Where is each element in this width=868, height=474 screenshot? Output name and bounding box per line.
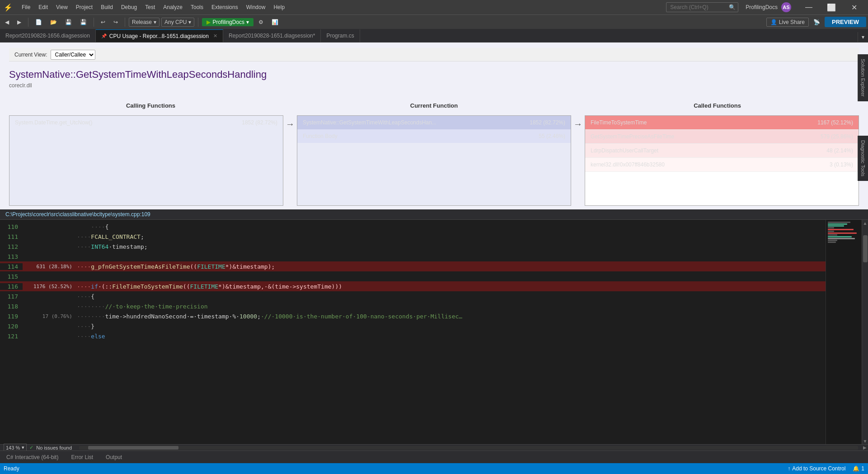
- current-fn-value: 1852 (82.72%): [530, 119, 565, 126]
- calling-function-item-0[interactable]: System.DateTime.get_UtcNow() 1852 (82.72…: [9, 116, 283, 129]
- scrollbar-thumb[interactable]: [863, 235, 868, 262]
- search-input[interactable]: [670, 4, 729, 10]
- side-panel-toggle[interactable]: ▾: [858, 32, 868, 42]
- current-fn-sub-value: 55 (2.46%): [539, 133, 565, 139]
- code-line-117: 117 ····{: [0, 291, 826, 301]
- scroll-down-button[interactable]: ▼: [862, 438, 868, 444]
- save-button[interactable]: 💾: [62, 18, 75, 27]
- close-button[interactable]: ✕: [844, 0, 864, 14]
- cast-button[interactable]: 📡: [811, 18, 823, 26]
- source-control-icon: ↑: [788, 465, 790, 472]
- perf-value: 631 (28.18%): [23, 264, 77, 270]
- menu-view[interactable]: View: [52, 2, 71, 12]
- live-share-button[interactable]: 👤 Live Share: [766, 18, 809, 27]
- scroll-up-button[interactable]: ▲: [862, 220, 868, 226]
- status-bar: Ready ↑ Add to Source Control 🔔 1: [0, 463, 868, 474]
- called-fn-name-0: FileTimeToSystemTime: [591, 119, 647, 126]
- tab-error-list[interactable]: Error List: [65, 451, 99, 464]
- source-control-label[interactable]: ↑ Add to Source Control: [788, 465, 845, 472]
- vertical-scrollbar[interactable]: ▲ ▼: [862, 220, 868, 444]
- horizontal-scrollbar[interactable]: [79, 446, 858, 450]
- line-number: 121: [0, 333, 23, 340]
- current-header: Current Function: [292, 100, 576, 112]
- debug-toolbar-btn[interactable]: ⚙: [255, 18, 267, 27]
- code-text: ········//·to·keep·the·time·precision: [77, 303, 826, 310]
- search-icon: 🔍: [729, 4, 736, 10]
- profiling-section: Current View: Caller/Callee SystemNative…: [0, 43, 868, 209]
- menu-analyze[interactable]: Analyze: [160, 2, 186, 12]
- called-header: Called Functions: [576, 100, 859, 112]
- restore-button[interactable]: ⬜: [821, 0, 842, 14]
- code-path: C:\Projects\coreclr\src\classlibnative\b…: [0, 209, 868, 220]
- menu-tools[interactable]: Tools: [187, 2, 207, 12]
- window-controls: — ⬜ ✕: [798, 0, 864, 14]
- error-badge[interactable]: 🔔 1: [853, 465, 864, 472]
- view-dropdown[interactable]: Caller/Callee: [51, 50, 95, 60]
- avatar[interactable]: AS: [781, 2, 791, 12]
- config-dropdown[interactable]: Release ▾: [129, 18, 160, 27]
- called-fn-name-2: LdrpDispatchUserCallTarget: [591, 147, 658, 154]
- run-button[interactable]: ▶ ProfilingDocs ▾: [202, 18, 253, 26]
- minimize-button[interactable]: —: [798, 0, 819, 14]
- called-function-item-1[interactable]: GetSystemTimePreciseAsFileTime 579 (25.8…: [585, 130, 859, 144]
- profile-area: ProfilingDocs AS: [746, 2, 791, 12]
- config-chevron-icon: ▾: [154, 19, 156, 25]
- horizontal-scrollbar-area: 143 % ▾ ✓ No issues found ▶: [0, 444, 868, 450]
- current-function-item-1[interactable]: Function Body 55 (2.46%): [297, 129, 571, 143]
- solution-explorer-panel[interactable]: Solution Explorer: [858, 54, 868, 101]
- menu-help[interactable]: Help: [270, 2, 288, 12]
- menu-window[interactable]: Window: [243, 2, 269, 12]
- check-icon: ✓: [29, 445, 33, 450]
- hscrollbar-thumb[interactable]: [88, 446, 178, 450]
- platform-dropdown[interactable]: Any CPU ▾: [161, 18, 194, 27]
- line-number: 120: [0, 323, 23, 330]
- perf-value: 1176 (52.52%): [23, 284, 77, 289]
- called-function-item-3[interactable]: kernel32.dll!0x007ff846b32580 3 (0.13%): [585, 158, 859, 172]
- vs-logo: ⚡: [4, 3, 13, 12]
- new-project-button[interactable]: 📄: [32, 18, 45, 27]
- tab-output[interactable]: Output: [99, 451, 128, 464]
- code-line-114: 114 631 (28.18%) ····g_pfnGetSystemTimeA…: [0, 261, 826, 271]
- bottom-tabs: C# Interactive (64-bit) Error List Outpu…: [0, 450, 868, 463]
- current-function-item-0[interactable]: SystemNative::GetSystemTimeWithLeapSecon…: [297, 116, 571, 129]
- line-number: 118: [0, 303, 23, 310]
- called-function-item-0[interactable]: FileTimeToSystemTime 1167 (52.12%): [585, 116, 859, 130]
- current-fn-sub-name: Function Body: [303, 133, 338, 139]
- tab-diag-1656[interactable]: Report20190828-1656.diagsession: [0, 29, 96, 42]
- open-button[interactable]: 📂: [47, 18, 60, 27]
- view-label: Current View:: [14, 52, 47, 58]
- toolbar-sep-4: [198, 18, 198, 27]
- forward-button[interactable]: ▶: [14, 18, 24, 27]
- tab-diag-1651[interactable]: Report20190828-1651.diagsession*: [223, 29, 321, 42]
- menu-edit[interactable]: Edit: [35, 2, 52, 12]
- zoom-dropdown[interactable]: 143 % ▾: [4, 444, 27, 450]
- tab-cs-interactive[interactable]: C# Interactive (64-bit): [0, 451, 65, 464]
- toolbar-sep-2: [94, 18, 94, 27]
- close-tab-icon[interactable]: ✕: [213, 33, 217, 39]
- calling-fn-name: System.DateTime.get_UtcNow(): [15, 119, 93, 126]
- tab-cpu-usage[interactable]: 📌 CPU Usage - Repor...8-1651.diagsession…: [96, 29, 223, 42]
- search-box[interactable]: 🔍: [666, 2, 738, 12]
- menu-build[interactable]: Build: [97, 2, 117, 12]
- menu-test[interactable]: Test: [141, 2, 159, 12]
- tab-program-cs[interactable]: Program.cs: [321, 29, 360, 42]
- save-all-button[interactable]: 💾: [77, 18, 90, 27]
- diagnostic-tools-panel[interactable]: Diagnostic Tools: [858, 136, 868, 181]
- perf-btn[interactable]: 📊: [268, 18, 282, 27]
- undo-button[interactable]: ↩: [98, 18, 108, 27]
- back-button[interactable]: ◀: [2, 18, 12, 27]
- code-text: ····FCALL_CONTRACT;: [77, 233, 826, 240]
- menu-debug[interactable]: Debug: [117, 2, 141, 12]
- perf-value: 17 (0.76%): [23, 313, 77, 319]
- scroll-right-button[interactable]: ▶: [862, 445, 868, 451]
- error-count: 1: [861, 465, 864, 472]
- preview-button[interactable]: PREVIEW: [825, 17, 866, 27]
- menu-project[interactable]: Project: [72, 2, 96, 12]
- redo-button[interactable]: ↪: [110, 18, 121, 27]
- menu-file[interactable]: File: [18, 2, 34, 12]
- called-function-item-2[interactable]: LdrpDispatchUserCallTarget 48 (2.14%): [585, 144, 859, 158]
- code-text: ····{: [77, 223, 826, 230]
- platform-chevron-icon: ▾: [188, 19, 191, 25]
- menu-extensions[interactable]: Extensions: [208, 2, 242, 12]
- called-fn-value-0: 1167 (52.12%): [817, 119, 853, 126]
